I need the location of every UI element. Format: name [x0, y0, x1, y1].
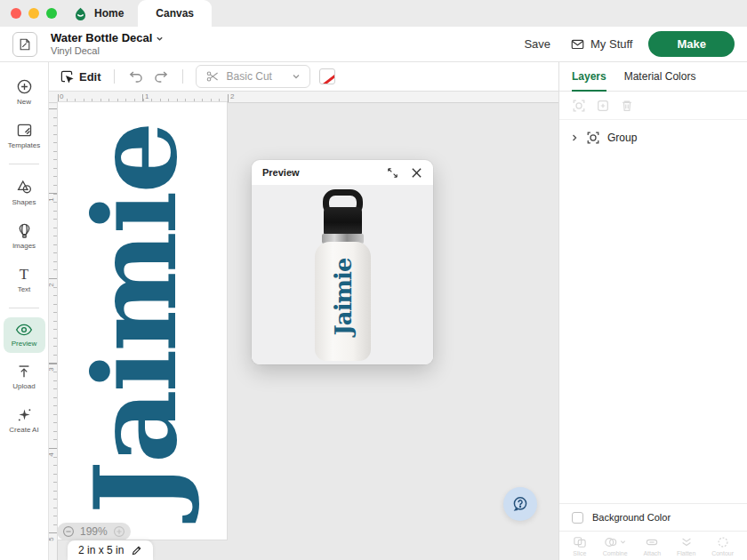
sidebar-item-label: Upload [12, 382, 35, 390]
pencil-icon[interactable] [131, 545, 142, 556]
save-button[interactable]: Save [524, 37, 550, 51]
project-subtitle: Vinyl Decal [51, 45, 164, 57]
sidebar-divider [9, 164, 39, 164]
edit-button[interactable]: Edit [60, 69, 101, 84]
background-color-label: Background Color [592, 512, 671, 523]
linetype-color-swatch[interactable] [319, 68, 335, 84]
zoom-control: 199% [57, 523, 131, 540]
project-title-block[interactable]: Water Bottle Decal Vinyl Decal [51, 32, 164, 57]
sidebar-item-new[interactable]: New [4, 73, 45, 111]
contour-button[interactable]: Contour [711, 536, 734, 556]
background-color-checkbox[interactable] [572, 512, 583, 524]
sidebar-divider [9, 308, 39, 308]
tab-canvas[interactable]: Canvas [138, 0, 212, 27]
close-window-button[interactable] [11, 8, 21, 19]
tab-canvas-label: Canvas [156, 7, 194, 20]
expand-icon[interactable] [387, 167, 398, 179]
ruler-label: 4 [49, 452, 55, 456]
tab-layers[interactable]: Layers [572, 62, 606, 91]
combine-action-bar: Slice Combine Attach Flatten [559, 531, 747, 560]
minimize-window-button[interactable] [28, 8, 39, 19]
tab-home[interactable]: Home [64, 0, 133, 27]
panel-tabs: Layers Material Colors [559, 62, 747, 92]
toolbar-divider [182, 69, 183, 84]
layers-panel: Layers Material Colors Group [558, 62, 747, 560]
ruler-label: 1 [49, 197, 55, 201]
preview-popup[interactable]: Preview Jaimie [252, 160, 433, 364]
sidebar-item-images[interactable]: Images [4, 217, 45, 255]
combine-button[interactable]: Combine [603, 536, 628, 556]
canvas-size-value: 2 in x 5 in [78, 544, 124, 556]
project-menu-button[interactable] [12, 32, 37, 57]
undo-button[interactable] [127, 69, 144, 84]
project-header: Water Bottle Decal Vinyl Decal Save My S… [0, 27, 747, 62]
eye-icon [15, 323, 33, 337]
zoom-in-icon[interactable] [113, 525, 125, 538]
vertical-ruler: 1 2 3 4 5 [49, 103, 58, 560]
project-title: Water Bottle Decal [51, 32, 152, 45]
paperclip-icon [645, 536, 659, 548]
my-stuff-button[interactable]: My Stuff [570, 37, 632, 51]
new-plus-icon [16, 78, 33, 95]
combine-label: Combine [603, 550, 628, 556]
traffic-lights [11, 8, 57, 19]
sidebar-item-label: Shapes [12, 198, 36, 206]
canvas-size-control[interactable]: 2 in x 5 in [68, 540, 153, 560]
zoom-out-icon[interactable] [62, 525, 75, 538]
duplicate-layer-button[interactable] [596, 99, 610, 113]
flatten-label: Flatten [677, 550, 695, 556]
select-icon [60, 69, 74, 84]
close-icon[interactable] [411, 167, 422, 179]
tab-home-label: Home [94, 7, 124, 20]
tab-layers-label: Layers [572, 70, 606, 83]
zoom-window-button[interactable] [46, 8, 57, 19]
document-icon [18, 37, 32, 52]
cricut-logo-icon [73, 6, 88, 21]
tab-material-colors[interactable]: Material Colors [624, 62, 696, 91]
shapes-icon [16, 179, 33, 196]
upload-icon [16, 364, 32, 380]
layer-group-row[interactable]: Group [559, 120, 747, 145]
design-canvas[interactable]: 0 1 2 1 2 3 4 5 Jaimie Preview [49, 92, 558, 560]
hot-air-balloon-icon [16, 222, 33, 239]
slice-button[interactable]: Slice [573, 536, 587, 556]
sidebar-item-text[interactable]: T Text [4, 260, 45, 299]
sidebar-item-create-ai[interactable]: Create AI [4, 401, 45, 439]
chevron-down-icon [292, 72, 301, 81]
window-tab-bar: Home Canvas [0, 0, 747, 27]
preview-render-area: Jaimie [252, 185, 433, 364]
sidebar-item-upload[interactable]: Upload [4, 358, 45, 396]
sidebar-item-label: Templates [8, 141, 40, 149]
tab-material-colors-label: Material Colors [624, 70, 696, 83]
preview-popup-header: Preview [252, 160, 433, 185]
question-icon [510, 494, 530, 514]
group-layers-button[interactable] [572, 99, 586, 113]
slice-icon [573, 536, 587, 548]
linetype-dropdown[interactable]: Basic Cut [196, 65, 310, 88]
ruler-label: 3 [49, 367, 55, 371]
sidebar-item-label: Text [18, 285, 31, 293]
combine-icon [604, 536, 626, 548]
flatten-icon [679, 536, 694, 548]
flatten-button[interactable]: Flatten [677, 536, 695, 556]
ruler-label: 5 [49, 537, 55, 540]
group-icon [586, 131, 600, 145]
make-button[interactable]: Make [648, 31, 735, 57]
sidebar-item-templates[interactable]: Templates [4, 116, 45, 155]
sidebar-item-label: Create AI [9, 426, 38, 434]
text-icon: T [20, 266, 28, 283]
design-sidebar: New Templates Shapes Images T Text [0, 62, 49, 560]
sidebar-item-preview[interactable]: Preview [4, 317, 45, 353]
help-button[interactable] [503, 487, 537, 521]
linetype-value: Basic Cut [227, 70, 272, 83]
redo-button[interactable] [153, 69, 170, 84]
ruler-label: 2 [230, 92, 234, 100]
background-color-row: Background Color [559, 503, 747, 531]
attach-button[interactable]: Attach [643, 536, 661, 556]
make-label: Make [677, 37, 706, 51]
decal-text-object[interactable]: Jaimie [69, 101, 201, 537]
sidebar-item-shapes[interactable]: Shapes [4, 173, 45, 212]
chevron-right-icon[interactable] [570, 133, 579, 142]
delete-layer-button[interactable] [620, 99, 634, 113]
chevron-down-icon [156, 35, 164, 43]
